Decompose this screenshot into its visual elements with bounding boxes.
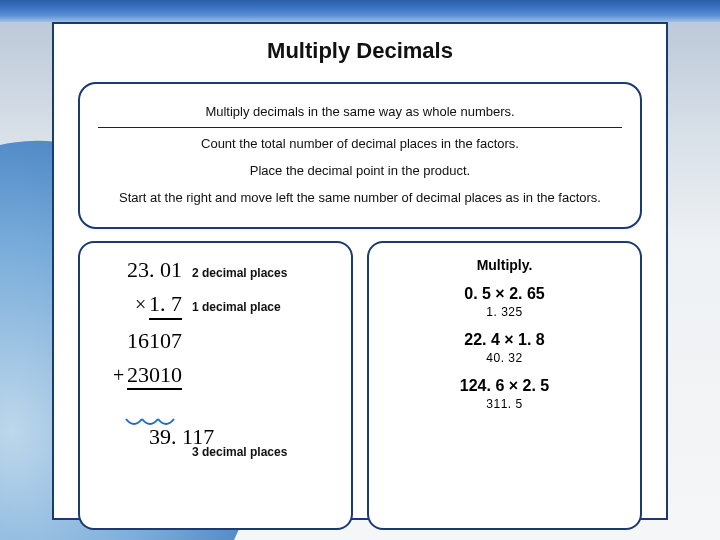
rule-line: Start at the right and move left the sam… (98, 184, 622, 211)
partial-row-2: +23010 (94, 362, 337, 390)
page-title: Multiply Decimals (54, 38, 666, 64)
plus-sign: + (113, 364, 127, 387)
factor-row-2: ×1. 7 1 decimal place (94, 291, 337, 320)
factor1-label: 2 decimal places (192, 266, 287, 280)
result-row: 39. 117 3 decimal places (94, 398, 337, 502)
practice-problem: 0. 5 × 2. 65 (383, 285, 626, 303)
practice-answer: 40. 32 (383, 351, 626, 365)
rules-card: Multiply decimals in the same way as who… (78, 82, 642, 229)
cards-row: 23. 01 2 decimal places ×1. 7 1 decimal … (78, 241, 642, 530)
rule-line: Multiply decimals in the same way as who… (98, 98, 622, 128)
factor2-value: ×1. 7 (94, 291, 182, 320)
multiply-sign: × (135, 293, 149, 316)
factor2-number: 1. 7 (149, 291, 182, 320)
practice-answer: 1. 325 (383, 305, 626, 319)
practice-problem: 124. 6 × 2. 5 (383, 377, 626, 395)
partial2-value: +23010 (94, 362, 182, 390)
worked-example-card: 23. 01 2 decimal places ×1. 7 1 decimal … (78, 241, 353, 530)
rule-line: Place the decimal point in the product. (98, 157, 622, 184)
partial-row-1: 16107 (94, 328, 337, 354)
factor-row-1: 23. 01 2 decimal places (94, 257, 337, 283)
partial1-value: 16107 (94, 328, 182, 354)
factor2-label: 1 decimal place (192, 300, 281, 314)
practice-card: Multiply. 0. 5 × 2. 65 1. 325 22. 4 × 1.… (367, 241, 642, 530)
practice-heading: Multiply. (383, 257, 626, 273)
count-arcs-icon (124, 417, 184, 429)
slide-frame: Multiply Decimals Multiply decimals in t… (52, 22, 668, 520)
partial2-number: 23010 (127, 362, 182, 390)
practice-problem: 22. 4 × 1. 8 (383, 331, 626, 349)
header-gradient-bar (0, 0, 720, 22)
result-value: 39. 117 (94, 398, 182, 502)
factor1-value: 23. 01 (94, 257, 182, 283)
practice-answer: 311. 5 (383, 397, 626, 411)
rule-line: Count the total number of decimal places… (98, 130, 622, 157)
